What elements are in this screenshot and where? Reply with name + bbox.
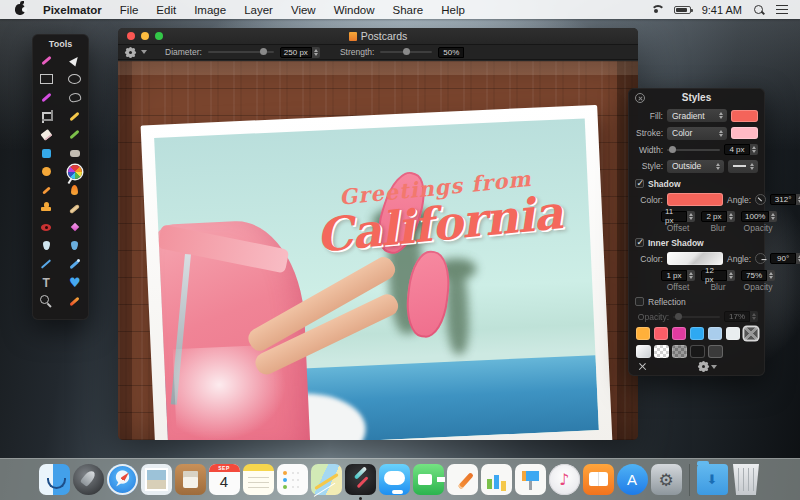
width-stepper[interactable] <box>750 144 758 155</box>
paint-stroke-tool-icon[interactable] <box>35 52 57 70</box>
menu-layer[interactable]: Layer <box>244 4 273 16</box>
strength-field[interactable]: 50% <box>438 47 464 58</box>
dock-icon-pixelmator[interactable] <box>345 464 376 495</box>
menu-share[interactable]: Share <box>393 4 424 16</box>
line-pen-tool-icon[interactable] <box>35 256 57 274</box>
style-swatch-orange[interactable] <box>636 327 650 340</box>
fill-dropdown[interactable]: Gradient <box>667 109 727 122</box>
clone-stamp-tool-icon[interactable] <box>35 200 57 218</box>
inner-shadow-angle-dial[interactable] <box>755 253 766 264</box>
wifi-icon[interactable] <box>649 4 663 15</box>
width-slider[interactable] <box>667 149 720 151</box>
menu-window[interactable]: Window <box>334 4 375 16</box>
style-swatch-white[interactable] <box>726 327 740 340</box>
fill-color-well[interactable] <box>731 110 758 122</box>
width-field[interactable]: 4 px <box>724 144 758 155</box>
healing-bandage-tool-icon[interactable] <box>64 200 86 218</box>
style-swatch-checker-light[interactable] <box>654 345 669 358</box>
rect-select-tool-icon[interactable] <box>35 71 57 89</box>
styles-gear-icon[interactable] <box>699 362 708 371</box>
menu-image[interactable]: Image <box>194 4 226 16</box>
shadow-offset-field[interactable]: 11 px <box>661 211 695 222</box>
chevron-down-icon[interactable] <box>141 50 147 54</box>
style-dropdown[interactable]: Outside <box>667 160 724 173</box>
styles-gear-chevron-icon[interactable] <box>711 365 717 369</box>
small-brush-tool-icon[interactable] <box>35 182 57 200</box>
menu-edit[interactable]: Edit <box>156 4 176 16</box>
shadow-angle-dial[interactable] <box>755 194 766 205</box>
gear-icon[interactable] <box>126 48 135 57</box>
color-lollipop-tool-icon[interactable] <box>64 163 86 181</box>
notification-center-icon[interactable] <box>776 5 788 15</box>
battery-icon[interactable] <box>674 6 691 14</box>
menu-clock[interactable]: 9:41 AM <box>702 4 742 16</box>
lasso-tool-icon[interactable] <box>64 89 86 107</box>
dock-icon-sysprefs[interactable]: ⚙ <box>651 464 682 495</box>
fill-square-tool-icon[interactable] <box>35 145 57 163</box>
shape-heart-tool-icon[interactable]: ♥ <box>64 274 86 292</box>
dock-icon-trash[interactable] <box>731 464 762 495</box>
panel-close-icon[interactable] <box>635 93 645 103</box>
dock-icon-notes[interactable] <box>243 464 274 495</box>
style-swatch-dark-gray[interactable] <box>708 345 723 358</box>
inner-shadow-opacity-field[interactable]: 75% <box>741 270 775 281</box>
menu-view[interactable]: View <box>291 4 316 16</box>
shadow-color-well[interactable] <box>667 193 723 206</box>
water-drop-tool-icon[interactable] <box>64 237 86 255</box>
inner-shadow-color-well[interactable] <box>667 252 723 265</box>
postcard-layer[interactable]: Greetings from California <box>141 105 613 440</box>
dock-icon-numbers[interactable] <box>481 464 512 495</box>
dock-icon-appstore[interactable]: A <box>617 464 648 495</box>
style-swatch-none-crossed[interactable] <box>744 327 758 340</box>
sharpen-gem-tool-icon[interactable] <box>64 219 86 237</box>
pencil-tool-icon[interactable] <box>64 108 86 126</box>
move-cursor-tool-icon[interactable] <box>64 52 86 70</box>
style-swatch-magenta[interactable] <box>672 327 686 340</box>
reflection-opacity-slider[interactable] <box>673 316 720 318</box>
spotlight-icon[interactable] <box>753 4 765 16</box>
sponge-tool-icon[interactable] <box>64 145 86 163</box>
stroke-dropdown[interactable]: Color <box>667 127 727 140</box>
window-titlebar[interactable]: Postcards <box>118 28 638 45</box>
dock-icon-messages[interactable] <box>379 464 410 495</box>
zoom-tool-icon[interactable] <box>35 293 57 311</box>
diameter-slider[interactable] <box>208 51 274 53</box>
canvas[interactable]: Greetings from California <box>118 61 638 440</box>
inner-shadow-offset-field[interactable]: 1 px <box>661 270 695 281</box>
dock-icon-calendar[interactable]: SEP4 <box>209 464 240 495</box>
diameter-field[interactable]: 250 px <box>280 47 320 58</box>
style-swatch-black[interactable] <box>690 345 705 358</box>
crop-tool-icon[interactable] <box>35 108 57 126</box>
dock-icon-maps[interactable] <box>311 464 342 495</box>
strength-slider[interactable] <box>380 51 432 53</box>
menu-file[interactable]: File <box>120 4 139 16</box>
menu-help[interactable]: Help <box>441 4 465 16</box>
inner-shadow-blur-field[interactable]: 12 px <box>701 270 735 281</box>
shadow-checkbox[interactable] <box>635 179 644 188</box>
shadow-blur-field[interactable]: 2 px <box>701 211 735 222</box>
reflection-opacity-field[interactable]: 17% <box>724 311 758 322</box>
dock-icon-safari[interactable] <box>107 464 138 495</box>
delete-style-icon[interactable] <box>638 362 647 371</box>
line-style-dropdown[interactable] <box>728 160 758 173</box>
dock-icon-mail[interactable] <box>141 464 172 495</box>
dock-icon-facetime[interactable] <box>413 464 444 495</box>
flame-tool-icon[interactable] <box>64 182 86 200</box>
dock-icon-finder[interactable] <box>39 464 70 495</box>
shadow-opacity-field[interactable]: 100% <box>741 211 777 222</box>
inner-shadow-angle-field[interactable]: 90° <box>770 253 800 264</box>
style-swatch-white-gradient[interactable] <box>636 345 651 358</box>
style-swatch-blue[interactable] <box>690 327 704 340</box>
brush-tool-icon[interactable] <box>64 126 86 144</box>
diameter-stepper[interactable] <box>312 47 320 58</box>
reflection-checkbox[interactable] <box>635 297 644 306</box>
type-tool-icon[interactable]: T <box>35 274 57 292</box>
dock-icon-launchpad[interactable] <box>73 464 104 495</box>
eyedropper-tool-icon[interactable] <box>64 293 86 311</box>
apple-icon[interactable] <box>15 4 25 15</box>
dock-icon-itunes[interactable]: ♪ <box>549 464 580 495</box>
ellipse-select-tool-icon[interactable] <box>64 71 86 89</box>
gradient-circle-tool-icon[interactable] <box>35 163 57 181</box>
dock-icon-pages[interactable] <box>447 464 478 495</box>
style-swatch-checker-gray[interactable] <box>672 345 687 358</box>
